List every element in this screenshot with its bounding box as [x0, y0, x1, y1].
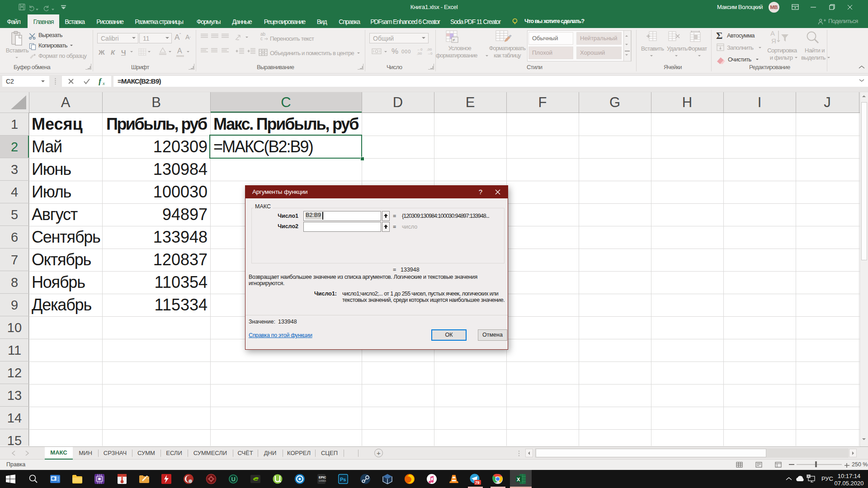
svg-text:x: x: [102, 80, 105, 85]
svg-text:←0: ←0: [417, 47, 423, 52]
svg-text:Ps: Ps: [340, 477, 346, 482]
svg-text:79: 79: [475, 480, 480, 485]
svg-text:EPIC: EPIC: [319, 476, 326, 479]
svg-text:U: U: [231, 476, 236, 483]
svg-text:≠: ≠: [453, 38, 455, 42]
svg-text:Я: Я: [771, 37, 776, 45]
svg-text:,00: ,00: [427, 47, 432, 52]
svg-text:GAMES: GAMES: [319, 480, 326, 482]
svg-text:,00: ,00: [417, 52, 422, 55]
svg-text:c: c: [260, 36, 263, 41]
svg-text:X: X: [517, 477, 520, 482]
svg-text:f: f: [99, 77, 102, 85]
svg-text:А: А: [770, 29, 775, 37]
